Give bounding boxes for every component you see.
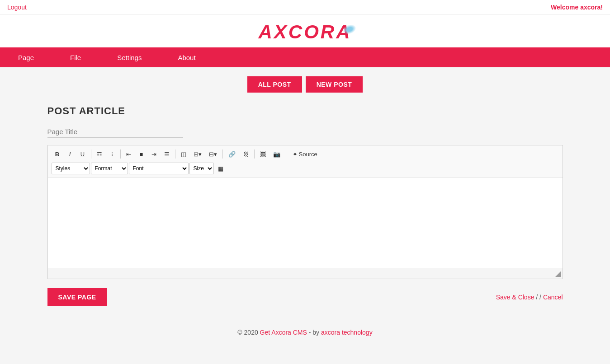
align-left-icon: ⇤ [126,151,131,158]
logo: AXCORA [258,21,351,43]
footer-cms-link[interactable]: Get Axcora CMS [260,329,307,336]
save-page-button[interactable]: SAVE PAGE [47,288,107,306]
grid-dropdown-button[interactable]: ⊟▾ [206,148,220,160]
source-icon: ✦ [293,151,298,158]
resize-handle-bar: ◢ [48,268,563,279]
unlink-button[interactable]: ⛓ [240,148,252,160]
bold-button[interactable]: B [52,148,63,160]
footer: © 2020 Get Axcora CMS - by axcora techno… [0,315,610,345]
blockquote-icon: ◫ [181,151,186,158]
align-center-button[interactable]: ■ [136,148,147,160]
editor-area[interactable] [48,177,563,268]
welcome-text: Welcome [551,4,580,11]
nav-file[interactable]: File [52,47,99,67]
section-title: POST ARTICLE [47,105,563,117]
separator-1 [91,149,91,159]
toolbar-row-1: B I U ☶ ⁝ ⇤ ■ [52,148,559,160]
ordered-list-icon: ☶ [97,151,102,158]
underline-button[interactable]: U [77,148,89,160]
separator-3 [175,149,175,159]
page-title-input[interactable] [47,126,183,138]
ordered-list-button[interactable]: ☶ [94,148,105,160]
align-left-button[interactable]: ⇤ [123,148,135,160]
justify-button[interactable]: ☰ [161,148,173,160]
logo-bar: AXCORA [0,15,610,47]
link-icon: 🔗 [228,151,236,158]
grid-icon: ⊟▾ [209,151,217,158]
media-button[interactable]: 📷 [270,148,284,160]
source-button[interactable]: ✦ Source [288,148,322,160]
unordered-list-icon: ⁝ [111,151,113,158]
size-select[interactable]: Size 8 10 12 14 16 18 24 [189,163,214,174]
all-post-button[interactable]: ALL POST [247,76,302,93]
separator-5 [254,149,255,159]
format-select[interactable]: Format Bold Italic Underline [91,163,128,174]
table-icon: ⊞▾ [194,151,202,158]
cancel-link[interactable]: Cancel [543,294,563,301]
save-links: Save & Close / / Cancel [496,294,563,301]
align-right-button[interactable]: ⇥ [148,148,160,160]
color-style-icon: ▦ [218,165,223,172]
content: ALL POST NEW POST POST ARTICLE B I U ☶ ⁝ [34,67,577,315]
unlink-icon: ⛓ [243,151,249,158]
nav-about[interactable]: About [160,47,213,67]
footer-copyright: © 2020 [237,329,260,336]
toolbar: B I U ☶ ⁝ ⇤ ■ [48,145,563,177]
new-post-button[interactable]: NEW POST [306,76,363,93]
color-style-button[interactable]: ▦ [215,163,227,174]
table-dropdown-button[interactable]: ⊞▾ [190,148,205,160]
welcome-message: Welcome axcora! [551,4,603,11]
nav-bar: Page File Settings About [0,47,610,67]
image-button[interactable]: 🖼 [257,148,269,160]
blockquote-button[interactable]: ◫ [178,148,189,160]
toolbar-row-2: Styles Normal Heading 1 Heading 2 Headin… [52,163,559,174]
username: axcora [580,4,601,11]
nav-page[interactable]: Page [0,47,52,67]
image-icon: 🖼 [260,151,266,158]
resize-icon[interactable]: ◢ [555,269,561,278]
align-center-icon: ■ [140,151,143,158]
separator-2 [120,149,121,159]
logout-link[interactable]: Logout [7,4,27,11]
top-bar: Logout Welcome axcora! [0,0,610,15]
unordered-list-button[interactable]: ⁝ [106,148,118,160]
italic-button[interactable]: I [64,148,76,160]
media-icon: 📷 [273,151,280,158]
editor-container: B I U ☶ ⁝ ⇤ ■ [47,145,563,279]
styles-select[interactable]: Styles Normal Heading 1 Heading 2 Headin… [52,163,90,174]
save-close-link[interactable]: Save & Close [496,294,534,301]
justify-icon: ☰ [164,151,170,158]
save-section: SAVE PAGE Save & Close / / Cancel [47,288,563,306]
link-button[interactable]: 🔗 [225,148,239,160]
separator-4 [222,149,223,159]
source-label: Source [299,151,317,158]
nav-settings[interactable]: Settings [99,47,160,67]
footer-by-text: - by [307,329,321,336]
separator-text: / / [534,294,543,301]
align-right-icon: ⇥ [151,151,156,158]
font-select[interactable]: Font Arial Georgia Times New Roman Couri… [129,163,189,174]
exclamation: ! [601,4,603,11]
separator-6 [286,149,286,159]
footer-tech-link[interactable]: axcora technology [321,329,373,336]
post-buttons-bar: ALL POST NEW POST [47,76,563,93]
